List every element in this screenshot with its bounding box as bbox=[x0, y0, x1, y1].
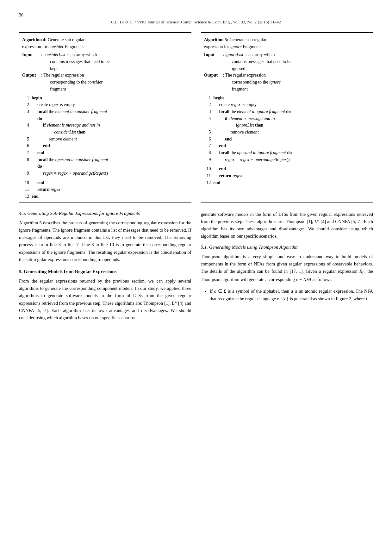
algo5-lines: 1 begin 2 create regex is empty 3 forall… bbox=[204, 95, 370, 186]
algo4-line-4: 4 if element is message and not in consi… bbox=[22, 122, 188, 135]
algo5-spacer bbox=[204, 163, 370, 165]
algo4-output-text: : The regular expression corresponding t… bbox=[41, 72, 103, 92]
algorithm-5-box: Algorithm 5: Generate sub regular expres… bbox=[201, 32, 373, 203]
algo4-line-1: 1 begin bbox=[22, 95, 188, 102]
algo4-line-6: 6 end bbox=[22, 142, 188, 149]
algo5-output: Output : The regular expression correspo… bbox=[204, 72, 370, 92]
algo5-title-normal: Generate sub regular bbox=[228, 37, 266, 42]
section5-body: From the regular expressions returned by… bbox=[19, 278, 191, 321]
algo5-output-label: Output bbox=[204, 72, 222, 92]
bottom-section: 4.5. Generating Sub-Regular Expressions … bbox=[19, 211, 373, 326]
algo4-subtitle: expression for consider Fragments bbox=[22, 43, 188, 50]
algo5-subtitle: expression for ignore Fragments bbox=[204, 43, 370, 50]
right-column: generate software models in the form of … bbox=[201, 211, 373, 304]
section51-body: Thompson algorithm is a very simple and … bbox=[201, 253, 373, 284]
bullet-item-1: If a ∈ Σ is a symbol of the alphabet, th… bbox=[210, 288, 373, 302]
algo5-line-1: 1 begin bbox=[204, 95, 370, 102]
section45-heading: 4.5. Generating Sub-Regular Expressions … bbox=[19, 211, 191, 216]
algo4-line-8: 8 forall the operand in consider fragmen… bbox=[22, 156, 188, 163]
algo4-line-9: 9 regex = regex + operand.getRegex() bbox=[22, 170, 188, 177]
algo4-line-3: 3 forall the element in consider fragmen… bbox=[22, 108, 188, 115]
section5-heading: 5. Generating Models from Regular Expres… bbox=[19, 269, 191, 274]
algo5-line-9: 9 regex = regex + operand.getRegex() bbox=[204, 156, 370, 163]
algo5-line-2: 2 create regex is empty bbox=[204, 101, 370, 108]
page-header: C.L. Le et al. / VNU Journal of Science:… bbox=[19, 20, 373, 25]
algo5-line-10: 10 end bbox=[204, 165, 370, 172]
algo4-line-2: 2 create regex is empty bbox=[22, 101, 188, 108]
algo4-input-text: : considerList is an array which contain… bbox=[41, 51, 110, 72]
algo4-title: Algorithm 4: Generate sub regular bbox=[22, 36, 188, 43]
algo5-line-12: 12 end bbox=[204, 179, 370, 186]
algo4-output: Output : The regular expression correspo… bbox=[22, 72, 188, 92]
algo5-input: Input : ignoreList is an array which con… bbox=[204, 51, 370, 72]
algo5-title-bold: Algorithm 5: bbox=[204, 37, 228, 42]
algo4-input: Input : considerList is an array which c… bbox=[22, 51, 188, 72]
algo5-input-text: : ignoreList is an array which contains … bbox=[223, 51, 292, 72]
algo5-output-text: : The regular expression corresponding t… bbox=[223, 72, 281, 92]
algo5-line-5: 5 remove element bbox=[204, 129, 370, 136]
section45-body: Algorithm 5 describes the process of gen… bbox=[19, 219, 191, 263]
algo4-line-10: 10 end bbox=[22, 179, 188, 186]
algo4-line-12: 12 end bbox=[22, 193, 188, 200]
algo5-line-8: 8 forall the operand in ignore fragment … bbox=[204, 149, 370, 156]
algo5-line-7: 7 end bbox=[204, 142, 370, 149]
section51-bullets: If a ∈ Σ is a symbol of the alphabet, th… bbox=[210, 288, 373, 302]
algo4-line-3b: do bbox=[22, 115, 188, 122]
algorithm-4-box: Algorithm 4: Generate sub regular expres… bbox=[19, 32, 191, 203]
algo5-line-4: 4 if element is message and in ignoreLis… bbox=[204, 115, 370, 129]
algo4-top-border bbox=[22, 35, 188, 35]
algo5-title: Algorithm 5: Generate sub regular bbox=[204, 36, 370, 43]
algo4-line-11: 11 return regex bbox=[22, 186, 188, 193]
algo4-line-5: 5 remove element bbox=[22, 136, 188, 143]
algo4-input-label: Input bbox=[22, 51, 40, 72]
left-column: 4.5. Generating Sub-Regular Expressions … bbox=[19, 211, 191, 326]
algo4-spacer bbox=[22, 177, 188, 179]
algo5-line-3: 3 forall the element in ignore fragment … bbox=[204, 108, 370, 115]
algo5-line-11: 11 return regex bbox=[204, 172, 370, 179]
page-number: 36 bbox=[19, 13, 373, 18]
algo4-line-8b: do bbox=[22, 163, 188, 170]
section51-heading: 5.1. Generating Models using Thompson Al… bbox=[201, 245, 373, 250]
algo4-output-label: Output bbox=[22, 72, 40, 92]
algo4-lines: 1 begin 2 create regex is empty 3 forall… bbox=[22, 95, 188, 200]
algo4-line-7: 7 end bbox=[22, 149, 188, 156]
algo5-top-border bbox=[204, 35, 370, 35]
algorithms-section: Algorithm 4: Generate sub regular expres… bbox=[19, 32, 373, 203]
algo4-title-bold: Algorithm 4: bbox=[22, 37, 47, 42]
algo5-line-6: 6 end bbox=[204, 136, 370, 143]
algo4-title-normal: Generate sub regular bbox=[47, 37, 84, 42]
algo5-input-label: Input bbox=[204, 51, 222, 72]
right-top-body: generate software models in the form of … bbox=[201, 211, 373, 240]
